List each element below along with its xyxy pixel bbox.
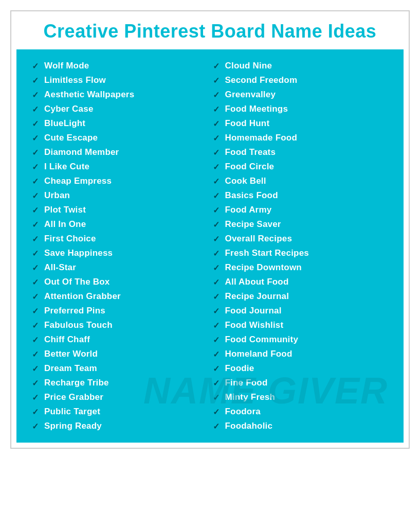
check-icon: ✓	[32, 148, 41, 157]
check-icon: ✓	[32, 104, 41, 114]
item-label: Greenvalley	[225, 90, 276, 100]
item-label: Food Army	[225, 205, 272, 215]
check-icon: ✓	[32, 76, 41, 85]
list-item: ✓Recipe Saver	[213, 218, 389, 231]
list-item: ✓Attention Grabber	[32, 290, 208, 303]
list-item: ✓Food Community	[213, 333, 389, 346]
list-item: ✓Cyber Case	[32, 103, 208, 115]
item-label: Foodaholic	[225, 421, 273, 431]
check-icon: ✓	[32, 421, 41, 431]
item-label: I Like Cute	[44, 162, 89, 172]
check-icon: ✓	[213, 191, 222, 201]
check-icon: ✓	[213, 421, 222, 431]
check-icon: ✓	[213, 321, 222, 330]
check-icon: ✓	[213, 263, 222, 273]
check-icon: ✓	[32, 249, 41, 258]
list-item: ✓BlueLight	[32, 117, 208, 130]
item-label: Cheap Empress	[44, 176, 112, 186]
content-box: NAME GIVER ✓Wolf Mode✓Limitless Flow✓Aes…	[16, 49, 404, 443]
list-item: ✓Chiff Chaff	[32, 333, 208, 346]
check-icon: ✓	[213, 335, 222, 345]
item-label: Fabulous Touch	[44, 320, 113, 330]
column-2: ✓Cloud Nine✓Second Freedom✓Greenvalley✓F…	[213, 60, 389, 432]
list-item: ✓Foodaholic	[213, 420, 389, 432]
list-item: ✓Price Grabber	[32, 391, 208, 403]
item-label: Second Freedom	[225, 75, 298, 85]
list-item: ✓Food Circle	[213, 161, 389, 173]
item-label: All-Star	[44, 262, 76, 273]
list-item: ✓Out Of The Box	[32, 276, 208, 288]
list-item: ✓Aesthetic Wallpapers	[32, 89, 208, 101]
check-icon: ✓	[32, 407, 41, 417]
list-item: ✓All-Star	[32, 261, 208, 274]
item-label: Plot Twist	[44, 205, 86, 215]
check-icon: ✓	[32, 234, 41, 244]
check-icon: ✓	[213, 249, 222, 258]
item-label: Public Target	[44, 407, 100, 417]
item-label: Cyber Case	[44, 104, 94, 114]
check-icon: ✓	[213, 133, 222, 143]
item-label: Food Wishlist	[225, 320, 284, 330]
item-label: Food Journal	[225, 306, 282, 316]
check-icon: ✓	[32, 263, 41, 273]
item-label: Foodie	[225, 363, 254, 374]
page-title: Creative Pinterest Board Name Ideas	[27, 21, 393, 42]
item-label: All About Food	[225, 277, 289, 287]
check-icon: ✓	[32, 90, 41, 100]
list-item: ✓Food Hunt	[213, 117, 389, 130]
column-1: ✓Wolf Mode✓Limitless Flow✓Aesthetic Wall…	[32, 60, 208, 432]
list-item: ✓I Like Cute	[32, 161, 208, 173]
check-icon: ✓	[32, 393, 41, 402]
list-item: ✓Diamond Member	[32, 146, 208, 159]
item-label: Dream Team	[44, 363, 97, 374]
item-label: Homeland Food	[225, 349, 293, 359]
item-label: Out Of The Box	[44, 277, 109, 287]
list-item: ✓Better World	[32, 348, 208, 360]
list-item: ✓Spring Ready	[32, 420, 208, 432]
check-icon: ✓	[213, 306, 222, 316]
check-icon: ✓	[32, 133, 41, 143]
item-label: Limitless Flow	[44, 75, 106, 85]
check-icon: ✓	[213, 205, 222, 215]
item-label: Recharge Tribe	[44, 378, 109, 388]
list-item: ✓Food Journal	[213, 305, 389, 317]
item-label: Homemade Food	[225, 133, 298, 143]
item-label: Preferred Pins	[44, 306, 105, 316]
list-item: ✓Recharge Tribe	[32, 377, 208, 389]
item-label: Cloud Nine	[225, 61, 272, 71]
list-item: ✓Cook Bell	[213, 175, 389, 187]
check-icon: ✓	[32, 306, 41, 316]
item-label: All In One	[44, 219, 86, 230]
check-icon: ✓	[32, 191, 41, 201]
list-item: ✓Fine Food	[213, 377, 389, 389]
list-item: ✓Homeland Food	[213, 348, 389, 360]
item-label: Spring Ready	[44, 421, 102, 431]
list-item: ✓Limitless Flow	[32, 74, 208, 86]
item-label: Chiff Chaff	[44, 335, 90, 345]
list-item: ✓Fresh Start Recipes	[213, 247, 389, 259]
check-icon: ✓	[32, 321, 41, 330]
item-label: Food Circle	[225, 162, 275, 172]
item-label: Foodora	[225, 407, 261, 417]
item-label: Diamond Member	[44, 147, 119, 157]
list-item: ✓Second Freedom	[213, 74, 389, 86]
check-icon: ✓	[213, 378, 222, 388]
list-item: ✓All In One	[32, 218, 208, 231]
list-item: ✓Plot Twist	[32, 204, 208, 216]
list-item: ✓Cloud Nine	[213, 60, 389, 72]
list-item: ✓Urban	[32, 189, 208, 202]
item-label: Wolf Mode	[44, 61, 89, 71]
check-icon: ✓	[213, 90, 222, 100]
list-item: ✓Wolf Mode	[32, 60, 208, 72]
list-item: ✓Fabulous Touch	[32, 319, 208, 331]
item-label: Recipe Downtown	[225, 262, 302, 273]
list-item: ✓Food Meetings	[213, 103, 389, 115]
check-icon: ✓	[32, 364, 41, 374]
check-icon: ✓	[32, 162, 41, 172]
list-item: ✓Food Army	[213, 204, 389, 216]
list-item: ✓Foodora	[213, 406, 389, 418]
check-icon: ✓	[213, 162, 222, 172]
check-icon: ✓	[32, 277, 41, 287]
check-icon: ✓	[213, 61, 222, 71]
list-item: ✓Foodie	[213, 362, 389, 375]
